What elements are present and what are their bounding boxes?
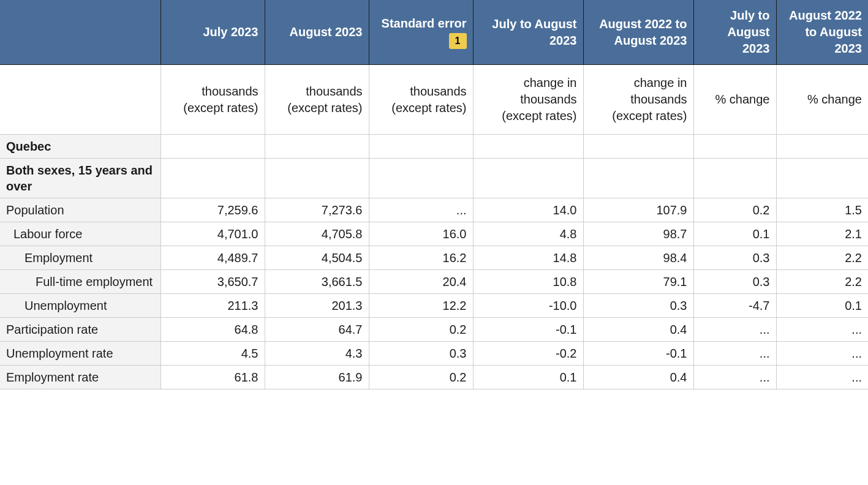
cell-value: 211.3 [160, 294, 265, 318]
cell-value: 4.3 [265, 342, 369, 366]
cell-value: ... [693, 342, 776, 366]
units-blank [0, 65, 160, 135]
cell-value: -10.0 [473, 294, 583, 318]
cell-value: -4.7 [693, 294, 776, 318]
section-demographic-label: Both sexes, 15 years and over [0, 159, 160, 198]
header-col-3: Standard error 1 [369, 0, 473, 65]
units-col-3: thousands (except rates) [369, 65, 473, 135]
cell-value: 0.3 [583, 294, 693, 318]
header-blank [0, 0, 160, 65]
cell-value: -0.2 [473, 342, 583, 366]
cell-value: 98.7 [583, 222, 693, 246]
cell-value: 64.8 [160, 318, 265, 342]
cell-value: 61.8 [160, 366, 265, 389]
cell-value: ... [369, 198, 473, 222]
cell-value: -0.1 [583, 342, 693, 366]
row-label: Population [0, 198, 160, 222]
cell-value: 0.3 [369, 342, 473, 366]
cell-value: 4,504.5 [265, 246, 369, 270]
row-label: Unemployment rate [0, 342, 160, 366]
cell-value: ... [776, 318, 868, 342]
cell-value: 0.1 [776, 294, 868, 318]
table-row: Participation rate64.864.70.2-0.10.4....… [0, 318, 868, 342]
cell-value: 4,489.7 [160, 246, 265, 270]
units-row: thousands (except rates) thousands (exce… [0, 65, 868, 135]
cell-value: ... [776, 342, 868, 366]
table-row: Employment rate61.861.90.20.10.4...... [0, 366, 868, 389]
cell-value: 0.4 [583, 318, 693, 342]
cell-value: -0.1 [473, 318, 583, 342]
cell-value: 0.1 [473, 366, 583, 389]
header-col-6: July to August 2023 [693, 0, 776, 65]
units-col-1: thousands (except rates) [160, 65, 265, 135]
cell-value: 98.4 [583, 246, 693, 270]
cell-value: 0.4 [583, 366, 693, 389]
cell-value: 16.2 [369, 246, 473, 270]
column-header-row: July 2023 August 2023 Standard error 1 J… [0, 0, 868, 65]
cell-value: 201.3 [265, 294, 369, 318]
cell-value: ... [693, 318, 776, 342]
cell-value: 10.8 [473, 270, 583, 294]
table-body: Quebec Both sexes, 15 years and over Pop… [0, 135, 868, 389]
cell-value: 14.0 [473, 198, 583, 222]
cell-value: 7,273.6 [265, 198, 369, 222]
cell-value: 1.5 [776, 198, 868, 222]
cell-value: 0.3 [693, 270, 776, 294]
units-col-5: change in thousands (except rates) [583, 65, 693, 135]
units-col-6: % change [693, 65, 776, 135]
row-label: Employment rate [0, 366, 160, 389]
cell-value: 3,661.5 [265, 270, 369, 294]
section-row-region: Quebec [0, 135, 868, 159]
header-col-5: August 2022 to August 2023 [583, 0, 693, 65]
row-label: Participation rate [0, 318, 160, 342]
cell-value: 3,650.7 [160, 270, 265, 294]
cell-value: 20.4 [369, 270, 473, 294]
section-row-demographic: Both sexes, 15 years and over [0, 159, 868, 198]
cell-value: 4.5 [160, 342, 265, 366]
units-col-7: % change [776, 65, 868, 135]
cell-value: ... [776, 366, 868, 389]
cell-value: 107.9 [583, 198, 693, 222]
header-col-2: August 2023 [265, 0, 369, 65]
cell-value: 0.1 [693, 222, 776, 246]
cell-value: 4,701.0 [160, 222, 265, 246]
header-col-3-label: Standard error [382, 17, 467, 30]
cell-value: 7,259.6 [160, 198, 265, 222]
cell-value: 2.1 [776, 222, 868, 246]
cell-value: 64.7 [265, 318, 369, 342]
row-label: Labour force [0, 222, 160, 246]
header-col-1: July 2023 [160, 0, 265, 65]
labour-force-table: July 2023 August 2023 Standard error 1 J… [0, 0, 868, 389]
cell-value: 0.2 [369, 318, 473, 342]
units-col-4: change in thousands (except rates) [473, 65, 583, 135]
table-row: Population7,259.67,273.6...14.0107.90.21… [0, 198, 868, 222]
row-label: Full-time employment [0, 270, 160, 294]
cell-value: 0.2 [369, 366, 473, 389]
cell-value: 16.0 [369, 222, 473, 246]
cell-value: 61.9 [265, 366, 369, 389]
cell-value: 0.2 [693, 198, 776, 222]
header-col-7: August 2022 to August 2023 [776, 0, 868, 65]
table-row: Unemployment rate4.54.30.3-0.2-0.1...... [0, 342, 868, 366]
section-region-label: Quebec [0, 135, 160, 159]
footnote-icon[interactable]: 1 [449, 33, 467, 49]
units-col-2: thousands (except rates) [265, 65, 369, 135]
table-row: Employment4,489.74,504.516.214.898.40.32… [0, 246, 868, 270]
cell-value: 2.2 [776, 270, 868, 294]
cell-value: 12.2 [369, 294, 473, 318]
row-label: Unemployment [0, 294, 160, 318]
cell-value: 79.1 [583, 270, 693, 294]
cell-value: 14.8 [473, 246, 583, 270]
cell-value: ... [693, 366, 776, 389]
header-col-4: July to August 2023 [473, 0, 583, 65]
row-label: Employment [0, 246, 160, 270]
cell-value: 4,705.8 [265, 222, 369, 246]
table-row: Labour force4,701.04,705.816.04.898.70.1… [0, 222, 868, 246]
cell-value: 2.2 [776, 246, 868, 270]
table-row: Unemployment211.3201.312.2-10.00.3-4.70.… [0, 294, 868, 318]
cell-value: 0.3 [693, 246, 776, 270]
cell-value: 4.8 [473, 222, 583, 246]
table-row: Full-time employment3,650.73,661.520.410… [0, 270, 868, 294]
